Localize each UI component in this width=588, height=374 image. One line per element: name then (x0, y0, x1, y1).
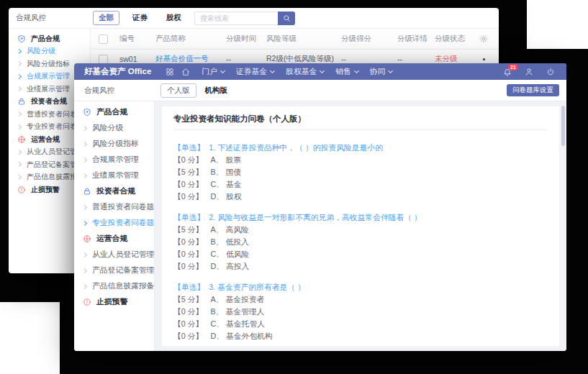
apps-grid-button[interactable] (166, 68, 174, 76)
question-option[interactable]: 【0 分】B、 低投入 (173, 236, 548, 248)
nav-menu-item[interactable]: 协同 (370, 67, 393, 77)
home-button[interactable] (181, 68, 190, 76)
question-option[interactable]: 【0 分】C、 基金托管人 (173, 318, 548, 330)
back-top-band: 合规风控 全部证券股权 (9, 8, 499, 29)
filter-tab[interactable]: 股权 (160, 11, 187, 25)
sidebar-item-label: 运营合规 (96, 234, 127, 244)
product-link[interactable]: 好基会价值一号 (151, 54, 222, 64)
caret-down-icon (270, 68, 275, 73)
sidebar-item-label: 产品合规 (31, 34, 60, 44)
question-option[interactable]: 【0 分】A、 股票 (173, 154, 548, 166)
sidebar-item[interactable]: 业绩展示管理 (74, 168, 154, 183)
question-option[interactable]: 【0 分】D、 高投入 (173, 260, 548, 273)
version-tab[interactable]: 个人版 (160, 83, 196, 98)
filter-tab[interactable]: 全部 (93, 11, 119, 25)
question-option[interactable]: 【0 分】D、 基金外包机构 (173, 330, 548, 342)
user-button[interactable] (525, 68, 533, 76)
sidebar-item-label: 专业投资者问卷题 (92, 218, 154, 228)
option-text: D、 基金外包机构 (210, 332, 272, 340)
search-button[interactable] (278, 12, 295, 25)
option-score: 【0 分】 (173, 262, 203, 270)
question-title: 【单选】3. 基金资产的所有者是（ ） (173, 281, 548, 293)
nav-menu-item[interactable]: 门户 (202, 67, 225, 77)
scrollbar[interactable] (561, 106, 565, 146)
version-tab[interactable]: 机构版 (202, 84, 231, 97)
header-actions: 21 (503, 68, 555, 76)
sidebar-item[interactable]: 产品合规 (74, 104, 154, 120)
sidebar-item[interactable]: 投资者合规 (74, 183, 154, 199)
lock-icon (83, 187, 91, 196)
sidebar-item[interactable]: 专业投资者问卷题 (74, 215, 154, 231)
select-all-checkbox[interactable] (99, 35, 108, 44)
chevron-right-icon (82, 283, 87, 288)
sidebar-item-label: 产品信息披露报备 (92, 281, 154, 291)
chevron-right-icon (82, 204, 87, 209)
col-header: 产品简称 (151, 34, 222, 44)
app-header: 好基会资产 Office 门户 证券基金 股权基金 销售 协同 21 (74, 63, 566, 80)
chevron-right-icon (17, 49, 22, 54)
question-option[interactable]: 【5 分】A、 高风险 (173, 224, 548, 236)
col-header: 风险等级 (262, 34, 337, 44)
option-text: B、 基金管理人 (210, 307, 264, 316)
option-score: 【0 分】 (173, 192, 203, 201)
power-icon (546, 68, 555, 76)
option-text: D、 高投入 (210, 262, 249, 270)
chevron-right-icon (17, 61, 22, 66)
back-toolbar: 全部证券股权 (91, 11, 499, 25)
question-option[interactable]: 【0 分】D、 股权 (173, 191, 548, 203)
option-text: C、 基金 (210, 180, 241, 188)
search-input[interactable] (194, 12, 278, 25)
filter-tab[interactable]: 证券 (127, 11, 153, 25)
chevron-right-icon (17, 175, 22, 180)
target-icon (17, 135, 26, 144)
front-sidebar-nav: 产品合规 风险分级 风险分级指标 合规展示管理 业绩展示管理 (74, 101, 155, 351)
kebab-menu-icon[interactable] (483, 58, 485, 60)
warn-icon (17, 186, 26, 194)
sidebar-item[interactable]: 产品信息披露报备 (74, 278, 154, 294)
sidebar-item[interactable]: 风险分级指标 (74, 136, 154, 152)
row-checkbox[interactable] (99, 55, 108, 64)
nav-menu-item[interactable]: 销售 (335, 67, 358, 77)
search-icon (283, 14, 291, 22)
nav-menu-item[interactable]: 股权基金 (286, 67, 324, 77)
question-option[interactable]: 【0 分】C、 基金 (173, 178, 548, 191)
caret-down-icon (220, 68, 225, 73)
front-sidebar-title: 合规风控 (74, 86, 155, 96)
notifications-button[interactable]: 21 (503, 68, 512, 76)
sidebar-item-label: 合规展示管理 (27, 71, 70, 81)
sidebar-item[interactable]: 止损预警 (74, 294, 154, 310)
power-button[interactable] (546, 68, 555, 76)
chevron-right-icon (82, 157, 87, 162)
sidebar-item[interactable]: 风险分级 (9, 45, 90, 58)
col-header: 分级得分 (337, 34, 393, 44)
sidebar-item[interactable]: 从业人员登记管理 (74, 247, 154, 263)
col-header: 编号 (115, 34, 151, 44)
sidebar-item[interactable]: 产品登记备案管理 (74, 263, 154, 278)
option-score: 【0 分】 (173, 237, 203, 246)
main-content: 专业投资者知识能力问卷（个人版） 【单选】1. 下述证券投资品种中，（ ）的投资… (155, 101, 566, 351)
sidebar-item-label: 风险分级 (92, 123, 123, 133)
option-score: 【0 分】 (173, 319, 203, 328)
question-option[interactable]: 【0 分】C、 低风险 (173, 248, 548, 260)
question-block: 【单选】1. 下述证券投资品种中，（ ）的投资风险是最小的 【0 分】A、 股票… (173, 142, 548, 203)
sidebar-item[interactable]: 产品合规 (9, 32, 90, 45)
nav-menu-item[interactable]: 证券基金 (236, 67, 274, 77)
sidebar-item[interactable]: 风险分级 (74, 120, 154, 136)
sidebar-item-label: 风险分级指标 (27, 59, 70, 69)
decor-rect-top-right (527, 0, 588, 49)
question-option[interactable]: 【5 分】A、 基金投资者 (173, 293, 548, 306)
gear-icon[interactable] (479, 35, 488, 43)
sidebar-item[interactable]: 运营合规 (74, 231, 154, 247)
option-score: 【0 分】 (173, 332, 203, 340)
option-score: 【0 分】 (173, 250, 203, 258)
sidebar-item-label: 止损预警 (31, 185, 60, 195)
option-text: A、 股票 (210, 155, 241, 164)
question-option[interactable]: 【5 分】B、 国债 (173, 166, 548, 178)
question-bank-settings-button[interactable]: 问卷题库设置 (507, 84, 559, 96)
sidebar-item[interactable]: 普通投资者问卷题 (74, 199, 154, 215)
question-option[interactable]: 【0 分】B、 基金管理人 (173, 306, 548, 318)
question-block: 【单选】2. 风险与收益是一对形影不离的兄弟，高收益常会伴随着（ ） 【5 分】… (173, 211, 548, 273)
question-text: 2. 风险与收益是一对形影不离的兄弟，高收益常会伴随着（ ） (209, 213, 422, 222)
target-icon (83, 234, 91, 243)
sidebar-item[interactable]: 合规展示管理 (74, 152, 154, 168)
